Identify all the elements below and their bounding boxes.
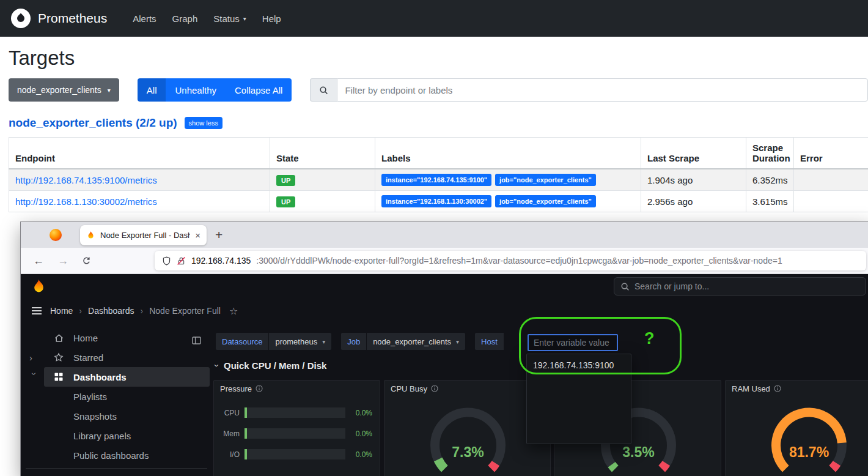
- chevron-down-icon[interactable]: ›: [29, 372, 40, 382]
- sidebar-item-body: Snapshots: [44, 406, 210, 426]
- table-header-row: EndpointStateLabelsLast ScrapeScrape Dur…: [9, 138, 868, 169]
- endpoint-filter-input[interactable]: [337, 78, 868, 102]
- favorite-star-icon[interactable]: ☆: [229, 305, 238, 317]
- endpoint-link[interactable]: http://192.168.74.135:9100/metrics: [15, 175, 157, 185]
- brand-title: Prometheus: [38, 11, 107, 26]
- panel-title[interactable]: RAM Used: [726, 381, 868, 396]
- info-icon: [774, 385, 781, 392]
- endpoint-cell: http://192.168.74.135:9100/metrics: [9, 169, 270, 191]
- bar-gauge: [245, 449, 345, 459]
- insecure-lock-icon[interactable]: [177, 256, 186, 266]
- grafana-search[interactable]: Search or jump to...: [614, 277, 866, 296]
- pressure-rows: CPU0.0%Mem0.0%I/O0.0%: [214, 407, 380, 459]
- breadcrumb-item-node-exporter-full: Node Exporter Full: [149, 306, 221, 316]
- breadcrumb: Home›Dashboards›Node Exporter Full: [50, 306, 221, 316]
- tab-close-icon[interactable]: ×: [195, 230, 200, 240]
- sidebar-item-snapshots[interactable]: Snapshots: [21, 406, 213, 426]
- job-filter-dropdown[interactable]: node_exporter_clients ▾: [9, 78, 119, 102]
- target-filter-buttons: AllUnhealthyCollapse All: [138, 78, 292, 102]
- table-row: http://192.168.74.135:9100/metricsUPinst…: [9, 169, 868, 191]
- prometheus-logo-icon: [11, 9, 31, 28]
- sidebar-item-body: Public dashboards: [44, 445, 210, 465]
- pressure-row: Mem0.0%: [219, 428, 372, 439]
- filter-button-collapse-all[interactable]: Collapse All: [226, 78, 292, 102]
- metric-value: 0.0%: [345, 450, 372, 459]
- svg-text:81.7%: 81.7%: [789, 444, 829, 460]
- nav-item-alerts[interactable]: Alerts: [133, 13, 156, 24]
- nav-item-graph[interactable]: Graph: [172, 13, 198, 24]
- variable-value: node_exporter_clients: [373, 337, 451, 346]
- new-tab-button[interactable]: +: [215, 228, 223, 242]
- panel-ram-used: RAM Used 81.7%: [725, 380, 868, 476]
- grafana-logo-icon[interactable]: [31, 278, 47, 295]
- ram-used-gauge: 81.7%: [726, 398, 868, 476]
- col-state: State: [270, 138, 375, 169]
- chevron-right-icon[interactable]: ›: [29, 352, 39, 363]
- caret-down-icon: ▾: [456, 338, 459, 345]
- browser-toolbar: ← → 192.168.74.135:3000/d/rYdddlPWk/node…: [21, 248, 868, 274]
- show-less-button[interactable]: show less: [185, 117, 223, 129]
- breadcrumb-item-dashboards[interactable]: Dashboards: [88, 306, 134, 316]
- chevron-down-icon: ›: [212, 364, 223, 367]
- sidebar-item-playlists[interactable]: Playlists: [21, 387, 213, 406]
- grafana-search-placeholder: Search or jump to...: [634, 281, 709, 291]
- variable-label: Datasource: [216, 333, 268, 350]
- sidebar-item-label: Library panels: [73, 431, 131, 441]
- home-icon: [51, 333, 66, 343]
- prometheus-brand[interactable]: Prometheus: [11, 9, 107, 28]
- sidebar-item-home[interactable]: Home: [21, 328, 213, 348]
- shield-icon[interactable]: [162, 256, 171, 266]
- targets-table: EndpointStateLabelsLast ScrapeScrape Dur…: [9, 137, 868, 212]
- targets-toolbar: node_exporter_clients ▾ AllUnhealthyColl…: [9, 78, 868, 102]
- url-bar[interactable]: 192.168.74.135:3000/d/rYdddlPWk/node-exp…: [155, 251, 866, 270]
- endpoint-link[interactable]: http://192.168.1.130:30002/metrics: [15, 196, 157, 207]
- section-quick-cpu-mem-disk[interactable]: › Quick CPU / Mem / Disk: [216, 360, 326, 371]
- bar-gauge-fill: [245, 428, 247, 439]
- panel-title-text: RAM Used: [732, 384, 770, 393]
- label-badge: instance="192.168.74.135:9100": [381, 174, 491, 186]
- sidebar-item-public-dashboards[interactable]: Public dashboards: [21, 445, 213, 465]
- sidebar-item-library-panels[interactable]: Library panels: [21, 426, 213, 445]
- caret-down-icon: ▾: [322, 338, 325, 345]
- filter-button-all[interactable]: All: [138, 78, 166, 102]
- firefox-window: Node Exporter Full - Dash × + ← → 192.16…: [20, 221, 868, 476]
- nav-item-help[interactable]: Help: [262, 13, 281, 24]
- panel-title[interactable]: Pressure: [214, 381, 380, 396]
- panel-title[interactable]: CPU Busy: [384, 381, 550, 396]
- prom-nav: AlertsGraphStatus▾Help: [133, 13, 281, 24]
- forward-button[interactable]: →: [57, 255, 68, 267]
- col-labels: Labels: [375, 138, 641, 169]
- dropdown-option[interactable]: 192.168.74.135:9100: [527, 357, 631, 374]
- sidebar-item-dashboards[interactable]: ›Dashboards: [21, 367, 213, 387]
- host-variable-input[interactable]: [528, 334, 618, 351]
- browser-tab[interactable]: Node Exporter Full - Dash ×: [80, 225, 207, 245]
- last-scrape-cell: 1.904s ago: [641, 169, 746, 191]
- reload-button[interactable]: [82, 256, 91, 266]
- error-cell: [794, 169, 868, 191]
- breadcrumb-item-home[interactable]: Home: [50, 306, 73, 316]
- back-button[interactable]: ←: [33, 255, 44, 267]
- variable-value-dropdown[interactable]: prometheus▾: [269, 333, 331, 350]
- table-row: http://192.168.1.130:30002/metricsUPinst…: [9, 191, 868, 212]
- label-badge: job="node_exporter_clients": [495, 174, 596, 186]
- svg-text:7.3%: 7.3%: [452, 444, 484, 460]
- firefox-view-icon[interactable]: [50, 229, 62, 241]
- sidebar-item-label: Snapshots: [73, 411, 117, 422]
- filter-button-unhealthy[interactable]: Unhealthy: [166, 78, 226, 102]
- info-icon: [431, 385, 438, 392]
- browser-tab-bar: Node Exporter Full - Dash × +: [21, 222, 868, 248]
- host-variable-dropdown: 192.168.74.135:9100: [526, 354, 631, 444]
- variable-value-dropdown[interactable]: node_exporter_clients▾: [367, 333, 465, 350]
- grafana-favicon-icon: [86, 231, 95, 240]
- panel-title-text: Pressure: [220, 384, 252, 393]
- nav-item-status[interactable]: Status▾: [213, 13, 246, 24]
- sidebar-item-explore[interactable]: Explore: [21, 472, 213, 476]
- sidebar-item-starred[interactable]: ›Starred: [21, 348, 213, 367]
- bar-gauge-fill: [245, 449, 247, 459]
- last-scrape-cell: 2.956s ago: [641, 191, 746, 212]
- grafana-app: Search or jump to... Home›Dashboards›Nod…: [21, 274, 868, 476]
- col-scrape-duration: Scrape Duration: [746, 138, 794, 169]
- search-icon: [310, 78, 337, 102]
- menu-toggle-icon[interactable]: [32, 305, 42, 316]
- variable-value: prometheus: [275, 337, 317, 346]
